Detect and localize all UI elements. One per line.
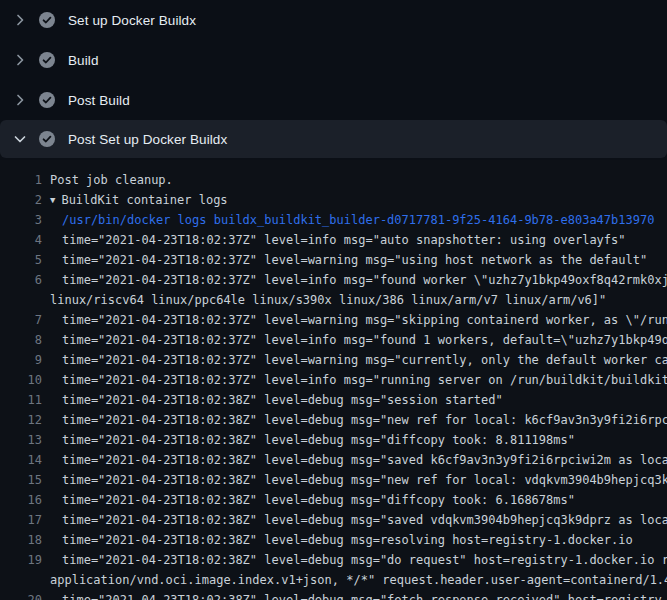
log-text: time="2021-04-23T18:02:38Z" level=debug …: [42, 470, 667, 490]
log-line: 9time="2021-04-23T18:02:37Z" level=warni…: [0, 350, 667, 370]
log-group-toggle-text[interactable]: BuildKit container logs: [55, 190, 227, 210]
line-number[interactable]: 11: [0, 390, 42, 410]
step-label: Post Set up Docker Buildx: [68, 132, 227, 147]
log-line: 19time="2021-04-23T18:02:38Z" level=debu…: [0, 550, 667, 570]
log-line: 12time="2021-04-23T18:02:38Z" level=debu…: [0, 410, 667, 430]
log-line: 18time="2021-04-23T18:02:38Z" level=debu…: [0, 530, 667, 550]
log-command-text: /usr/bin/docker logs buildx_buildkit_bui…: [42, 210, 654, 230]
check-circle-success-icon: [39, 92, 55, 108]
log-text: time="2021-04-23T18:02:37Z" level=warnin…: [42, 350, 667, 370]
line-number[interactable]: 13: [0, 430, 42, 450]
log-line: 20time="2021-04-23T18:02:38Z" level=debu…: [0, 590, 667, 600]
log-line: 14time="2021-04-23T18:02:38Z" level=debu…: [0, 450, 667, 470]
line-number[interactable]: 19: [0, 550, 42, 570]
log-text: time="2021-04-23T18:02:38Z" level=debug …: [42, 490, 575, 510]
line-number[interactable]: 7: [0, 310, 42, 330]
line-number[interactable]: 9: [0, 350, 42, 370]
line-number[interactable]: 12: [0, 410, 42, 430]
line-number[interactable]: 1: [0, 170, 42, 190]
log-line: 10time="2021-04-23T18:02:37Z" level=info…: [0, 370, 667, 390]
line-number[interactable]: 6: [0, 270, 42, 290]
log-line: 3/usr/bin/docker logs buildx_buildkit_bu…: [0, 210, 667, 230]
log-line: 1Post job cleanup.: [0, 170, 667, 190]
line-number[interactable]: 17: [0, 510, 42, 530]
log-line: 11time="2021-04-23T18:02:38Z" level=debu…: [0, 390, 667, 410]
check-circle-success-icon: [39, 52, 55, 68]
chevron-down-icon[interactable]: [12, 131, 28, 147]
log-text: time="2021-04-23T18:02:37Z" level=info m…: [42, 330, 667, 350]
log-line: 13time="2021-04-23T18:02:38Z" level=debu…: [0, 430, 667, 450]
log-line: 17time="2021-04-23T18:02:38Z" level=debu…: [0, 510, 667, 530]
log-line: 8time="2021-04-23T18:02:37Z" level=info …: [0, 330, 667, 350]
log-text: time="2021-04-23T18:02:38Z" level=debug …: [42, 450, 667, 470]
log-text: linux/riscv64 linux/ppc64le linux/s390x …: [42, 290, 606, 310]
line-number[interactable]: 8: [0, 330, 42, 350]
step-row-build[interactable]: Build: [0, 40, 667, 80]
step-row-post-set-up-docker-buildx[interactable]: Post Set up Docker Buildx: [0, 120, 667, 158]
line-number[interactable]: 10: [0, 370, 42, 390]
line-number: [0, 570, 42, 590]
line-number[interactable]: 14: [0, 450, 42, 470]
log-text: time="2021-04-23T18:02:38Z" level=debug …: [42, 430, 575, 450]
line-number[interactable]: 5: [0, 250, 42, 270]
step-label: Build: [68, 53, 99, 68]
log-text: time="2021-04-23T18:02:37Z" level=warnin…: [42, 250, 647, 270]
check-circle-success-icon: [39, 131, 55, 147]
log-line: 16time="2021-04-23T18:02:38Z" level=debu…: [0, 490, 667, 510]
line-number[interactable]: 2: [0, 190, 42, 210]
log-line: 2▼BuildKit container logs: [0, 190, 667, 210]
line-number[interactable]: 15: [0, 470, 42, 490]
step-label: Set up Docker Buildx: [68, 13, 196, 28]
log-text: time="2021-04-23T18:02:38Z" level=debug …: [42, 590, 667, 600]
log-text: time="2021-04-23T18:02:38Z" level=debug …: [42, 410, 667, 430]
chevron-right-icon[interactable]: [12, 12, 28, 28]
chevron-right-icon[interactable]: [12, 92, 28, 108]
line-number[interactable]: 20: [0, 590, 42, 600]
line-number[interactable]: 16: [0, 490, 42, 510]
check-circle-success-icon: [39, 12, 55, 28]
step-log-console: 1Post job cleanup.2▼BuildKit container l…: [0, 160, 667, 600]
log-text: Post job cleanup.: [42, 170, 173, 190]
line-number[interactable]: 3: [0, 210, 42, 230]
log-text: application/vnd.oci.image.index.v1+json,…: [42, 570, 667, 590]
group-expanded-icon[interactable]: ▼: [42, 190, 55, 210]
log-line: 4time="2021-04-23T18:02:37Z" level=info …: [0, 230, 667, 250]
log-text: time="2021-04-23T18:02:37Z" level=info m…: [42, 230, 626, 250]
log-line-continuation: linux/riscv64 linux/ppc64le linux/s390x …: [0, 290, 667, 310]
step-row-post-build[interactable]: Post Build: [0, 80, 667, 120]
log-line: 5time="2021-04-23T18:02:37Z" level=warni…: [0, 250, 667, 270]
log-text: time="2021-04-23T18:02:38Z" level=debug …: [42, 390, 503, 410]
step-label: Post Build: [68, 93, 130, 108]
step-row-set-up-docker-buildx[interactable]: Set up Docker Buildx: [0, 0, 667, 40]
job-steps-list: Set up Docker Buildx Build Post Build Po…: [0, 0, 667, 158]
log-text: time="2021-04-23T18:02:37Z" level=info m…: [42, 270, 667, 290]
line-number[interactable]: 4: [0, 230, 42, 250]
log-line: 6time="2021-04-23T18:02:37Z" level=info …: [0, 270, 667, 290]
log-text: time="2021-04-23T18:02:38Z" level=debug …: [42, 530, 633, 550]
line-number: [0, 290, 42, 310]
log-text: time="2021-04-23T18:02:38Z" level=debug …: [42, 510, 667, 530]
log-text: time="2021-04-23T18:02:37Z" level=info m…: [42, 370, 667, 390]
chevron-right-icon[interactable]: [12, 52, 28, 68]
log-line: 15time="2021-04-23T18:02:38Z" level=debu…: [0, 470, 667, 490]
log-line-continuation: application/vnd.oci.image.index.v1+json,…: [0, 570, 667, 590]
log-line: 7time="2021-04-23T18:02:37Z" level=warni…: [0, 310, 667, 330]
log-text: time="2021-04-23T18:02:37Z" level=warnin…: [42, 310, 667, 330]
log-text: time="2021-04-23T18:02:38Z" level=debug …: [42, 550, 667, 570]
line-number[interactable]: 18: [0, 530, 42, 550]
